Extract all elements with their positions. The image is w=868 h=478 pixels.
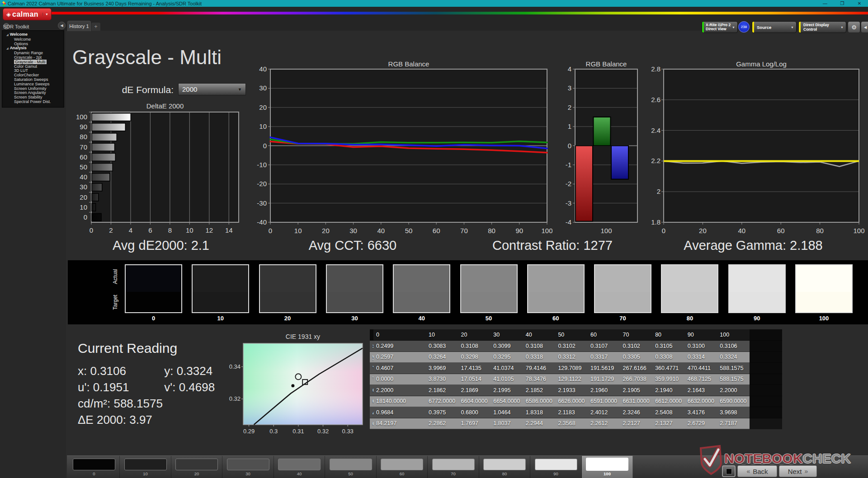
table-cell: 6772.0000 xyxy=(426,396,458,408)
table-cell: 2.2127 xyxy=(620,418,653,430)
svg-text:-4: -4 xyxy=(566,218,571,226)
transport-knob[interactable] xyxy=(759,458,766,465)
table-cell: 1.8037 xyxy=(491,418,523,430)
pattern-button-90[interactable]: 90 xyxy=(531,456,582,478)
pattern-label: 80 xyxy=(479,471,530,476)
chevron-down-icon: ▼ xyxy=(791,26,796,29)
sidebar-item-color-gamut[interactable]: Color Gamut xyxy=(2,65,64,69)
table-gutter xyxy=(750,352,782,363)
pattern-button-30[interactable]: 30 xyxy=(223,456,274,478)
stat-avg-cct: Avg CCT: 6630 xyxy=(309,238,397,253)
display-control-dropdown[interactable]: Direct Display Control ▼ xyxy=(798,21,846,33)
maximize-icon[interactable]: ❐ xyxy=(834,0,851,7)
table-cell: 2.2612 xyxy=(588,418,620,430)
close-icon[interactable]: ✕ xyxy=(851,0,868,7)
grayscale-swatch-100 xyxy=(795,264,853,313)
svg-text:2.8: 2.8 xyxy=(651,65,660,73)
swatch-level-label: 20 xyxy=(259,315,316,322)
swatch-actual xyxy=(394,265,449,292)
table-cell: 1.7697 xyxy=(458,418,491,430)
table-row-label: ΔE 2000 xyxy=(370,407,373,418)
svg-text:10: 10 xyxy=(294,227,302,234)
pattern-button-80[interactable]: 80 xyxy=(479,456,530,478)
svg-text:20: 20 xyxy=(322,227,330,234)
sidebar-title: SDR Toolkit xyxy=(3,24,29,29)
swatch-level-label: 30 xyxy=(326,315,383,322)
transport-knob[interactable] xyxy=(750,458,757,465)
source-dropdown[interactable]: Source ▼ xyxy=(752,21,797,33)
pattern-label: 60 xyxy=(377,471,427,476)
swatch-level-label: 10 xyxy=(192,315,249,322)
grayscale-swatch-0 xyxy=(125,264,182,313)
pattern-button-20[interactable]: 20 xyxy=(171,456,222,478)
expander-icon: ◢ xyxy=(6,47,9,50)
table-cell: 6586.0000 xyxy=(523,396,556,408)
minimize-icon[interactable]: — xyxy=(816,0,834,7)
table-cell: 0.2499 xyxy=(373,341,426,352)
pattern-button-70[interactable]: 70 xyxy=(428,456,479,478)
tab-history-1[interactable]: History 1 xyxy=(67,21,91,31)
transport-knob[interactable] xyxy=(740,458,747,465)
pattern-button-40[interactable]: 40 xyxy=(274,456,325,478)
de-formula-dropdown[interactable]: 2000 ▼ xyxy=(178,83,246,95)
table-cell: 0.0000 xyxy=(373,374,426,385)
pattern-button-100[interactable]: 100 xyxy=(582,456,633,478)
svg-text:4: 4 xyxy=(129,226,132,234)
sidebar-item-welcome[interactable]: Welcome xyxy=(2,37,64,42)
pattern-button-50[interactable]: 50 xyxy=(326,456,377,478)
gear-icon[interactable]: ⚙ xyxy=(848,21,860,33)
grayscale-swatch-90 xyxy=(728,264,786,313)
tree-group-welcome[interactable]: ◢Welcome xyxy=(2,33,64,37)
page-title: Grayscale - Multi xyxy=(72,46,222,69)
table-cell: 2.6729 xyxy=(685,418,717,430)
table-gutter xyxy=(750,385,782,396)
swatch-target xyxy=(729,292,785,312)
svg-text:RGB Balance: RGB Balance xyxy=(586,61,627,68)
transport-knob[interactable] xyxy=(788,458,795,465)
back-button[interactable]: « Back xyxy=(737,465,777,477)
meter-dropdown[interactable]: X-Rite i1Pro 2 Direct View ▼ xyxy=(702,21,738,33)
svg-text:2.2: 2.2 xyxy=(651,157,660,164)
table-column-header: 80 xyxy=(652,329,685,341)
table-cell: 3.4176 xyxy=(685,407,717,418)
pattern-swatch xyxy=(330,459,372,470)
pattern-button-60[interactable]: 60 xyxy=(377,456,428,478)
svg-text:100: 100 xyxy=(600,227,612,234)
svg-text:0: 0 xyxy=(263,142,267,150)
svg-text:0: 0 xyxy=(269,227,272,234)
stop-icon xyxy=(726,469,732,474)
target-label: Target xyxy=(112,289,118,316)
table-cell: 588.1575 xyxy=(717,363,750,374)
swatch-target xyxy=(461,292,517,312)
pattern-button-10[interactable]: 10 xyxy=(120,456,171,478)
table-cell: 79.4146 xyxy=(523,363,556,374)
svg-text:14: 14 xyxy=(225,226,233,234)
svg-text:90: 90 xyxy=(515,227,523,234)
transport-knob[interactable] xyxy=(769,458,776,465)
swatch-target xyxy=(327,292,382,312)
svg-text:0.33: 0.33 xyxy=(342,428,354,435)
table-row-label: x: CIE31 xyxy=(370,341,373,352)
toolbar-collapse-button[interactable]: ◀ xyxy=(861,21,868,33)
pattern-button-0[interactable]: 0 xyxy=(69,456,120,478)
table-cell: 266.7038 xyxy=(620,374,653,385)
swatch-level-label: 40 xyxy=(393,315,450,322)
svg-text:DeltaE 2000: DeltaE 2000 xyxy=(146,102,184,110)
stop-button[interactable] xyxy=(722,465,736,477)
calman-logo-label: calman xyxy=(12,10,38,19)
svg-text:-20: -20 xyxy=(257,180,267,187)
swatch-level-label: 60 xyxy=(527,315,585,322)
swatch-level-label: 70 xyxy=(594,315,651,322)
table-gutter xyxy=(750,341,782,352)
calman-menu-button[interactable]: ◈ calman ▼ xyxy=(3,8,52,20)
table-cell: 2.1643 xyxy=(685,385,717,396)
table-cell: 0.3317 xyxy=(588,352,620,363)
sidebar-item-spectral-power-dist-[interactable]: Spectral Power Dist. xyxy=(2,100,64,104)
table-cell: 17.0514 xyxy=(458,374,491,385)
sidebar-collapse-button[interactable]: ◀ xyxy=(58,22,66,29)
add-tab-button[interactable]: + xyxy=(91,23,100,31)
stat-average-gamma: Average Gamma: 2.188 xyxy=(684,238,822,253)
transport-knob[interactable] xyxy=(778,458,785,465)
next-button[interactable]: Next » xyxy=(779,465,817,477)
svg-text:50: 50 xyxy=(405,227,413,234)
